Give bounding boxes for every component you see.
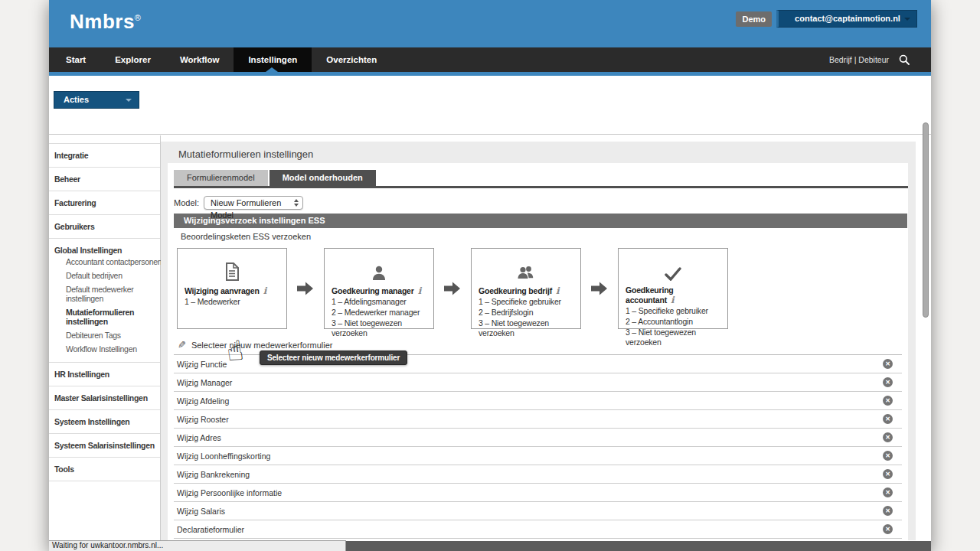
pencil-icon: ✎ — [178, 339, 186, 350]
sidebar-subitem-default-bedrijven[interactable]: Default bedrijven — [49, 269, 160, 282]
approval-flow: Wijziging aanvrageni 1 – Medewerker Goed… — [174, 248, 902, 329]
nav-item-start[interactable]: Start — [51, 47, 100, 72]
sidebar-item-gebruikers[interactable]: Gebruikers — [49, 215, 160, 239]
model-label: Model: — [174, 198, 199, 207]
nav-item-explorer[interactable]: Explorer — [100, 47, 165, 72]
model-select[interactable]: Nieuw Formulieren Model — [204, 196, 303, 210]
account-dropdown[interactable]: contact@captainmotion.nl — [776, 10, 917, 28]
registered-mark: ® — [135, 13, 142, 22]
flow-step-goedkeuring-accountant: Goedkeuring accountanti 1 – Specifieke g… — [618, 248, 728, 329]
sidebar-subitem-default-medewerker-instellingen[interactable]: Default medewerker instellingen — [49, 282, 160, 305]
main-panel: Mutatieformulieren instellingen Formulie… — [161, 142, 916, 540]
sidebar-item-systeem-salarisinstellingen[interactable]: Systeem Salarisinstellingen — [49, 434, 160, 458]
arrow-right-icon — [434, 282, 471, 295]
action-bar: Acties — [49, 76, 931, 135]
page-title: Mutatieformulieren instellingen — [161, 142, 916, 165]
delete-icon[interactable]: ✕ — [883, 451, 893, 461]
acties-button[interactable]: Acties — [54, 91, 139, 109]
active-tab-notch — [266, 67, 278, 72]
account-email: contact@captainmotion.nl — [795, 14, 900, 23]
sidebar-subitem-workflow-instellingen[interactable]: Workflow Instellingen — [49, 342, 160, 356]
status-bar-strip — [346, 541, 931, 551]
sidebar-item-global-instellingen[interactable]: Global Instellingen — [49, 246, 160, 255]
chain-label: Beoordelingsketen ESS verzoeken — [181, 232, 902, 242]
info-icon[interactable]: i — [418, 285, 421, 296]
document-icon — [178, 261, 286, 281]
delete-icon[interactable]: ✕ — [883, 432, 893, 442]
info-icon[interactable]: i — [671, 295, 674, 305]
list-item: Declaratieformulier✕ — [174, 520, 902, 539]
tab-model-onderhouden[interactable]: Model onderhouden — [270, 170, 376, 186]
flow-step-goedkeuring-manager: Goedkeuring manageri 1 – Afdelingsmanage… — [324, 248, 434, 329]
list-item: Wijzig Afdeling✕ — [174, 392, 902, 410]
sidebar-item-integratie[interactable]: Integratie — [49, 144, 160, 168]
tab-underline — [174, 186, 908, 188]
app-header: Nmbrs® Demo contact@captainmotion.nl — [49, 0, 931, 47]
delete-icon[interactable]: ✕ — [883, 506, 893, 516]
arrow-right-icon — [287, 282, 324, 295]
main-nav: Start Explorer Workflow Instellingen Ove… — [49, 47, 931, 72]
nav-item-workflow[interactable]: Workflow — [165, 47, 234, 72]
context-switch-bedrijf-debiteur[interactable]: Bedrijf | Debiteur — [829, 55, 889, 64]
arrow-right-icon — [581, 282, 618, 295]
delete-icon[interactable]: ✕ — [883, 377, 893, 387]
sidebar-group-global-instellingen: Global Instellingen Accountant contactpe… — [49, 239, 160, 363]
sidebar-subitem-debiteuren-tags[interactable]: Debiteuren Tags — [49, 328, 160, 342]
sidebar-item-hr-instellingen[interactable]: HR Instellingen — [49, 363, 160, 386]
sidebar-item-beheer[interactable]: Beheer — [49, 168, 160, 191]
chevron-down-icon — [126, 99, 132, 102]
sidebar-item-master-salarisinstellingen[interactable]: Master Salarisinstellingen — [49, 386, 160, 410]
list-item: Wijzig Rooster✕ — [174, 410, 902, 429]
tab-bar: Formulierenmodel Model onderhouden — [174, 170, 902, 186]
vertical-scrollbar[interactable] — [923, 122, 929, 318]
sidebar-item-tools[interactable]: Tools — [49, 458, 160, 481]
settings-sidebar: Integratie Beheer Facturering Gebruikers… — [49, 135, 161, 540]
list-item: Wijzig Salaris✕ — [174, 502, 902, 520]
info-icon[interactable]: i — [556, 285, 559, 296]
list-item: Wijzig Manager✕ — [174, 373, 902, 392]
sidebar-item-systeem-instellingen[interactable]: Systeem Instellingen — [49, 410, 160, 434]
sidebar-subitem-accountant-contactpersonen[interactable]: Accountant contactpersonen — [49, 255, 160, 269]
browser-status-bar: Waiting for uwkantoor.nmbrs.nl... — [49, 540, 346, 551]
search-icon[interactable] — [899, 54, 910, 65]
select-new-form-link[interactable]: Selecteer nieuw medewerkerformulier — [191, 341, 333, 350]
users-icon — [472, 261, 580, 281]
delete-icon[interactable]: ✕ — [883, 414, 893, 424]
list-item: Wijzig Bankrekening✕ — [174, 465, 902, 484]
flow-step-wijziging-aanvragen: Wijziging aanvrageni 1 – Medewerker — [177, 248, 287, 329]
list-item: Wijzig Persoonlijke informatie✕ — [174, 484, 902, 502]
browser-page: Nmbrs® Demo contact@captainmotion.nl Sta… — [49, 0, 931, 551]
delete-icon[interactable]: ✕ — [883, 396, 893, 406]
delete-icon[interactable]: ✕ — [883, 524, 893, 534]
flow-step-goedkeuring-bedrijf: Goedkeuring bedrijfi 1 – Specifieke gebr… — [471, 248, 581, 329]
sidebar-subitem-mutatieformulieren-instellingen[interactable]: Mutatieformulieren instellingen — [49, 305, 160, 328]
chevron-down-icon — [904, 18, 910, 21]
delete-icon[interactable]: ✕ — [883, 359, 893, 369]
sidebar-item-facturering[interactable]: Facturering — [49, 191, 160, 215]
user-icon — [325, 261, 433, 281]
section-header-ess: Wijzigingsverzoek instellingen ESS — [174, 214, 907, 228]
info-icon[interactable]: i — [263, 285, 266, 296]
demo-badge: Demo — [736, 11, 772, 27]
content-area: Integratie Beheer Facturering Gebruikers… — [49, 135, 931, 540]
list-item: Wijzig Loonheffingskorting✕ — [174, 447, 902, 465]
nmbrs-logo: Nmbrs® — [70, 10, 141, 34]
delete-icon[interactable]: ✕ — [883, 469, 893, 479]
check-icon — [619, 261, 727, 281]
list-item: Wijzig Adres✕ — [174, 429, 902, 447]
select-stepper-icon — [294, 199, 299, 207]
tooltip: Selecteer nieuw medewerkerformulier — [260, 350, 407, 365]
delete-icon[interactable]: ✕ — [883, 487, 893, 497]
nav-item-overzichten[interactable]: Overzichten — [312, 47, 391, 72]
tab-formulierenmodel[interactable]: Formulierenmodel — [174, 170, 268, 186]
forms-list: Wijzig Functie✕ Wijzig Manager✕ Wijzig A… — [174, 355, 902, 539]
